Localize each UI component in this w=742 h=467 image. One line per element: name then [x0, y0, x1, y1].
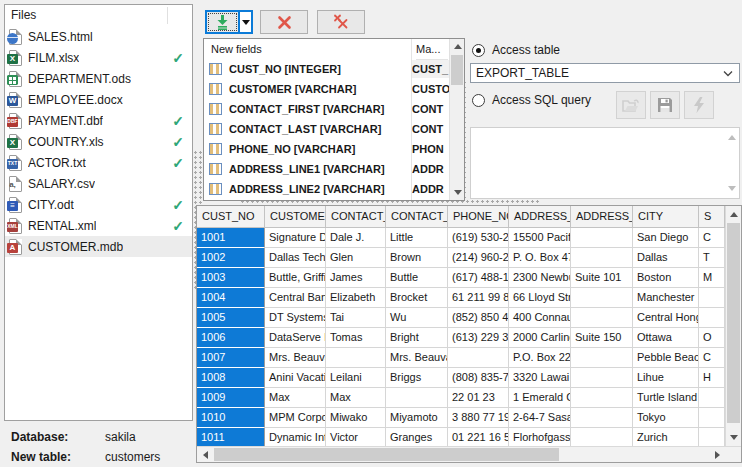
grid-cell[interactable]: P. O. Box 47 [509, 248, 571, 268]
grid-cell[interactable]: 15500 Pacifi [509, 228, 571, 248]
file-item[interactable]: ACUSTOMER.mdb [5, 236, 192, 257]
field-row[interactable]: CONTACT_LAST [VARCHAR]CONT [204, 119, 464, 139]
grid-cell[interactable]: C [699, 348, 725, 368]
grid-cell[interactable]: O [699, 328, 725, 348]
grid-cell[interactable]: Florhofgass [509, 428, 571, 448]
grid-cell[interactable] [571, 308, 633, 328]
grid-cell[interactable]: Brown [386, 248, 448, 268]
fields-scrollbar-thumb[interactable] [451, 55, 463, 85]
fields-scrollbar[interactable] [449, 39, 464, 200]
grid-cell[interactable] [386, 388, 448, 408]
grid-column-header[interactable]: CUSTOMER [265, 206, 326, 228]
grid-cell[interactable]: 22 01 23 [448, 388, 509, 408]
grid-cell[interactable] [571, 368, 633, 388]
grid-cell[interactable]: Miyamoto [386, 408, 448, 428]
grid-cell[interactable]: Anini Vacati [265, 368, 326, 388]
grid-cell[interactable]: Glen [326, 248, 386, 268]
grid-cell[interactable]: Mrs. Beauva [265, 348, 326, 368]
grid-column-header[interactable]: S [699, 206, 725, 228]
grid-column-header[interactable]: CONTACT_F [326, 206, 386, 228]
grid-id-cell[interactable]: 1003 [197, 268, 265, 288]
grid-cell[interactable]: Buttle [386, 268, 448, 288]
grid-cell[interactable]: (214) 960-2 [448, 248, 509, 268]
grid-id-cell[interactable]: 1006 [197, 328, 265, 348]
grid-id-cell[interactable]: 1009 [197, 388, 265, 408]
grid-cell[interactable]: Manchester [633, 288, 699, 308]
grid-cell[interactable] [699, 308, 725, 328]
grid-horizontal-scrollbar[interactable] [197, 446, 741, 462]
grid-id-cell[interactable]: 1011 [197, 428, 265, 448]
grid-cell[interactable]: Wu [386, 308, 448, 328]
grid-id-cell[interactable]: 1001 [197, 228, 265, 248]
field-row[interactable]: CUST_NO [INTEGER]CUST_ [204, 59, 464, 79]
grid-cell[interactable]: (613) 229 3 [448, 328, 509, 348]
grid-cell[interactable]: Tokyo [633, 408, 699, 428]
grid-cell[interactable]: Briggs [386, 368, 448, 388]
scroll-down-icon[interactable] [728, 186, 736, 191]
grid-cell[interactable] [571, 348, 633, 368]
grid-cell[interactable]: Mrs. Beauva [386, 348, 448, 368]
file-item[interactable]: WEMPLOYEE.docx [5, 89, 192, 110]
access-table-radio[interactable] [472, 44, 485, 57]
grid-cell[interactable]: Tomas [326, 328, 386, 348]
grid-cell[interactable]: 66 Lloyd Str [509, 288, 571, 308]
grid-cell[interactable]: Dallas [633, 248, 699, 268]
scroll-down-icon[interactable] [454, 190, 462, 195]
grid-cell[interactable]: Max [265, 388, 326, 408]
new-fields-column-header[interactable]: New fields [211, 39, 262, 59]
grid-cell[interactable] [571, 428, 633, 448]
grid-cell[interactable]: 01 221 16 5 [448, 428, 509, 448]
access-table-radio-row[interactable]: Access table [472, 43, 560, 57]
grid-id-cell[interactable]: 1010 [197, 408, 265, 428]
grid-cell[interactable] [699, 428, 725, 448]
grid-cell[interactable] [699, 288, 725, 308]
file-item[interactable]: ≡CITY.odt✓ [5, 194, 192, 215]
file-item[interactable]: XFILM.xlsx✓ [5, 47, 192, 68]
grid-column-header[interactable]: CUST_NO [197, 206, 265, 228]
grid-cell[interactable]: Elizabeth [326, 288, 386, 308]
field-row[interactable]: PHONE_NO [VARCHAR]PHON [204, 139, 464, 159]
grid-cell[interactable] [571, 408, 633, 428]
access-sql-query-radio-row[interactable]: Access SQL query [472, 93, 591, 107]
file-item[interactable]: a,SALARY.csv [5, 173, 192, 194]
file-item[interactable]: DBFPAYMENT.dbf✓ [5, 110, 192, 131]
import-data-main[interactable] [207, 12, 238, 32]
grid-cell[interactable]: Leilani [326, 368, 386, 388]
import-data-button[interactable] [205, 10, 253, 34]
grid-cell[interactable]: (617) 488-1 [448, 268, 509, 288]
grid-id-cell[interactable]: 1004 [197, 288, 265, 308]
remove-file-button[interactable] [260, 10, 308, 34]
grid-cell[interactable]: Little [386, 228, 448, 248]
grid-cell[interactable]: 3320 Lawai [509, 368, 571, 388]
field-row[interactable]: CONTACT_FIRST [VARCHAR]CONT [204, 99, 464, 119]
grid-cell[interactable]: Max [326, 388, 386, 408]
grid-vscroll-thumb[interactable] [727, 223, 740, 423]
grid-cell[interactable] [699, 388, 725, 408]
grid-column-header[interactable]: CONTACT_L [386, 206, 448, 228]
grid-cell[interactable]: Buttle, Griffit [265, 268, 326, 288]
grid-cell[interactable]: Dale J. [326, 228, 386, 248]
grid-cell[interactable]: Suite 101 [571, 268, 633, 288]
field-row[interactable]: ADDRESS_LINE2 [VARCHAR]ADDR [204, 179, 464, 199]
grid-cell[interactable]: M [699, 268, 725, 288]
scroll-down-icon[interactable] [730, 435, 738, 440]
grid-cell[interactable]: Lihue [633, 368, 699, 388]
grid-column-header[interactable]: PHONE_NO [448, 206, 509, 228]
grid-cell[interactable]: (808) 835-7 [448, 368, 509, 388]
grid-cell[interactable] [571, 228, 633, 248]
grid-id-cell[interactable]: 1007 [197, 348, 265, 368]
grid-cell[interactable]: 61 211 99 8 [448, 288, 509, 308]
grid-column-header[interactable]: ADDRESS_L [571, 206, 633, 228]
file-item[interactable]: TXTACTOR.txt✓ [5, 152, 192, 173]
grid-cell[interactable] [571, 388, 633, 408]
grid-cell[interactable]: 2300 Newbu [509, 268, 571, 288]
grid-cell[interactable]: Zurich [633, 428, 699, 448]
file-item[interactable]: XMLRENTAL.xml✓ [5, 215, 192, 236]
grid-cell[interactable]: Signature De [265, 228, 326, 248]
grid-cell[interactable]: San Diego [633, 228, 699, 248]
grid-cell[interactable]: DT Systems [265, 308, 326, 328]
sql-query-textarea[interactable] [470, 127, 740, 199]
grid-cell[interactable]: Turtle Island [633, 388, 699, 408]
grid-cell[interactable]: (852) 850 4 [448, 308, 509, 328]
grid-cell[interactable]: Brocket [386, 288, 448, 308]
